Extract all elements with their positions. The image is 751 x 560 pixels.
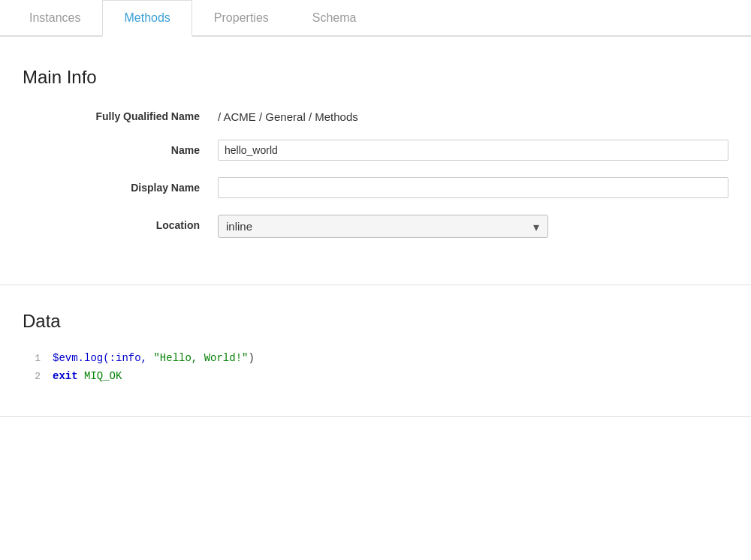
fully-qualified-name-row: Fully Qualified Name / ACME / General / …	[23, 106, 728, 123]
bottom-divider	[0, 416, 751, 417]
code-keyword-exit: exit	[53, 370, 84, 382]
main-info-section: Main Info Fully Qualified Name / ACME / …	[0, 59, 751, 277]
code-string-hello: "Hello, World!"	[153, 352, 248, 364]
section-divider	[0, 285, 751, 285]
main-info-title: Main Info	[23, 67, 728, 88]
code-variable-evm: $evm.log(:info,	[53, 352, 153, 364]
code-paren-1: )	[248, 352, 254, 364]
tab-schema[interactable]: Schema	[291, 0, 379, 37]
location-select[interactable]: inline builtin uri	[218, 215, 548, 238]
display-name-input[interactable]	[218, 177, 728, 198]
data-section: Data 1 $evm.log(:info, "Hello, World!") …	[0, 303, 751, 408]
line-number-2: 2	[23, 369, 53, 385]
location-select-wrapper: inline builtin uri	[218, 215, 548, 238]
line-number-1: 1	[23, 351, 53, 367]
fully-qualified-name-label: Fully Qualified Name	[23, 106, 218, 122]
location-row: Location inline builtin uri	[23, 215, 728, 238]
name-input[interactable]	[218, 140, 728, 161]
name-label: Name	[23, 140, 218, 156]
code-line-2: 2 exit MIQ_OK	[23, 368, 728, 386]
code-block: 1 $evm.log(:info, "Hello, World!") 2 exi…	[23, 350, 728, 386]
code-content-1: $evm.log(:info, "Hello, World!")	[53, 350, 255, 368]
location-label: Location	[23, 215, 218, 231]
tab-instances[interactable]: Instances	[8, 0, 102, 37]
tab-bar: Instances Methods Properties Schema	[0, 0, 751, 37]
tab-methods[interactable]: Methods	[102, 0, 192, 37]
display-name-row: Display Name	[23, 177, 728, 198]
data-section-title: Data	[23, 311, 728, 332]
display-name-label: Display Name	[23, 177, 218, 194]
code-line-1: 1 $evm.log(:info, "Hello, World!")	[23, 350, 728, 368]
code-content-2: exit MIQ_OK	[53, 368, 122, 386]
tab-properties[interactable]: Properties	[192, 0, 291, 37]
code-constant-miq-ok: MIQ_OK	[84, 370, 122, 382]
fully-qualified-name-value: / ACME / General / Methods	[218, 106, 728, 123]
name-row: Name	[23, 140, 728, 161]
